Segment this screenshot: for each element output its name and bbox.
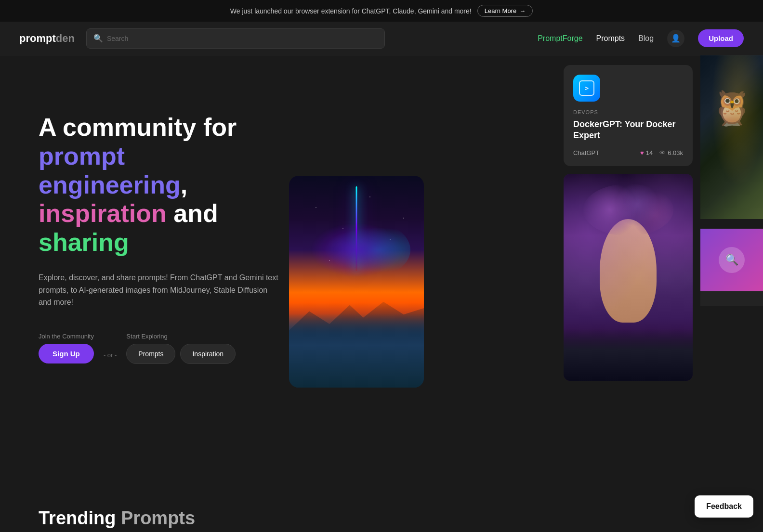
docker-likes: ♥ 14 (640, 149, 653, 156)
hero-word-engineering: engineering (39, 171, 181, 199)
search-input[interactable] (107, 35, 378, 42)
hero-title-part1: A community for (39, 113, 237, 141)
docker-card-footer: ChatGPT ♥ 14 👁 6.03k (573, 149, 683, 156)
woman-card[interactable] (564, 174, 693, 381)
far-right-strip: 🦉 🔍 (700, 55, 763, 489)
hero-and: and (167, 199, 218, 227)
logo[interactable]: promptden (19, 32, 75, 45)
learn-more-button[interactable]: Learn More → (477, 5, 533, 17)
hero-word-sharing: sharing (39, 228, 129, 256)
galaxy-nebula (303, 218, 410, 282)
galaxy-image (289, 176, 424, 388)
docker-likes-count: 14 (646, 149, 653, 156)
docker-platform: ChatGPT (573, 149, 599, 156)
docker-views: 👁 6.03k (659, 149, 683, 156)
logo-prompt: prompt (19, 32, 56, 44)
woman-face (564, 174, 693, 381)
learn-more-label: Learn More (485, 7, 516, 14)
hero-title: A community for prompt engineering, insp… (39, 113, 284, 257)
prompts-button[interactable]: Prompts (126, 344, 175, 364)
hero-comma: , (181, 171, 187, 199)
owl-glow (700, 55, 763, 219)
galaxy-stars (289, 176, 424, 388)
search-bar[interactable]: 🔍 (86, 28, 385, 49)
hero-word-inspiration: inspiration (39, 199, 167, 227)
seo-icon-container: 🔍 (700, 229, 763, 291)
seo-preview-card: 🔍 (700, 229, 763, 306)
join-label: Join the Community (39, 333, 94, 340)
docker-card[interactable]: DEVOPS DockerGPT: Your Docker Expert Cha… (564, 65, 693, 166)
nav-promptforge[interactable]: PromptForge (538, 34, 582, 43)
woman-image (564, 174, 693, 381)
banner-text: We just launched our browser extension f… (230, 7, 472, 15)
search-icon: 🔍 (93, 34, 103, 43)
nav-links: PromptForge Prompts Blog 👤 Upload (538, 29, 744, 47)
main-content: A community for prompt engineering, insp… (0, 55, 763, 489)
cta-section: Join the Community Sign Up - or - Start … (39, 333, 284, 364)
center-images (279, 55, 434, 489)
nav-blog[interactable]: Blog (638, 34, 654, 43)
docker-views-count: 6.03k (668, 149, 683, 156)
heart-icon: ♥ (640, 149, 644, 156)
clothing (564, 329, 693, 381)
hero-word-prompt: prompt (39, 142, 125, 170)
docker-icon-wrap (573, 75, 600, 102)
start-exploring-label: Start Exploring (126, 333, 236, 340)
user-icon[interactable]: 👤 (667, 30, 684, 47)
docker-stats: ♥ 14 👁 6.03k (640, 149, 683, 156)
user-avatar-icon: 👤 (671, 34, 681, 43)
arrow-icon: → (519, 7, 526, 14)
trending-title: Trending Prompts (39, 508, 724, 529)
upload-button[interactable]: Upload (698, 29, 744, 47)
owl-image: 🦉 (700, 55, 763, 219)
hero-section: A community for prompt engineering, insp… (0, 55, 313, 489)
cards-column: DEVOPS DockerGPT: Your Docker Expert Cha… (556, 55, 700, 390)
logo-den: den (56, 32, 75, 44)
explore-buttons: Prompts Inspiration (126, 344, 236, 364)
docker-card-title: DockerGPT: Your Docker Expert (573, 119, 683, 142)
header: promptden 🔍 PromptForge Prompts Blog 👤 U… (0, 22, 763, 55)
sign-up-button[interactable]: Sign Up (39, 344, 94, 363)
docker-card-tag: DEVOPS (573, 109, 683, 115)
trending-section: Trending Prompts (0, 489, 763, 529)
hero-description: Explore, discover, and share prompts! Fr… (39, 272, 279, 309)
explore-group: Start Exploring Prompts Inspiration (126, 333, 236, 364)
nav-prompts[interactable]: Prompts (596, 34, 625, 43)
eye-icon: 👁 (659, 149, 666, 156)
feedback-button[interactable]: Feedback (695, 495, 753, 518)
docker-icon (579, 80, 594, 96)
top-banner: We just launched our browser extension f… (0, 0, 763, 22)
join-group: Join the Community Sign Up (39, 333, 94, 363)
or-divider: - or - (104, 351, 117, 359)
inspiration-button[interactable]: Inspiration (180, 344, 236, 364)
seo-icon: 🔍 (719, 247, 745, 273)
